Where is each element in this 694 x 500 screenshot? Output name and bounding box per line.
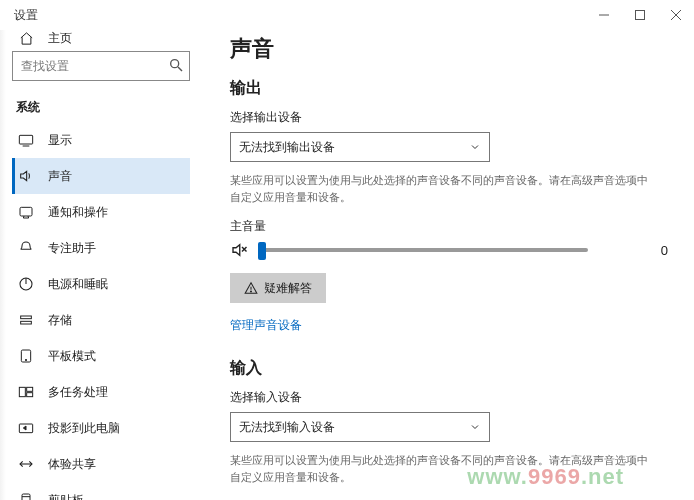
main-content: 声音 输出 选择输出设备 无法找到输出设备 某些应用可以设置为使用与此处选择的声… <box>200 30 694 500</box>
svg-rect-17 <box>27 393 33 397</box>
svg-rect-15 <box>19 387 25 396</box>
svg-rect-6 <box>19 135 32 144</box>
nav-icon <box>18 420 34 436</box>
nav-icon <box>18 168 34 184</box>
master-volume-label: 主音量 <box>230 218 668 235</box>
sidebar-item-9[interactable]: 体验共享 <box>12 446 200 482</box>
nav-list: 显示声音通知和操作专注助手电源和睡眠存储平板模式多任务处理投影到此电脑体验共享剪… <box>12 122 200 500</box>
search-input[interactable] <box>12 51 190 81</box>
svg-rect-12 <box>21 321 32 324</box>
window-buttons <box>586 0 694 30</box>
sidebar-item-label: 多任务处理 <box>48 384 108 401</box>
sidebar-item-label: 平板模式 <box>48 348 96 365</box>
window-title: 设置 <box>14 7 38 24</box>
search-wrap <box>12 51 190 81</box>
svg-point-14 <box>25 359 26 360</box>
sidebar-item-10[interactable]: 剪贴板 <box>12 482 200 500</box>
sidebar-item-label: 投影到此电脑 <box>48 420 120 437</box>
nav-icon <box>18 240 34 256</box>
svg-rect-1 <box>636 11 645 20</box>
home-label: 主页 <box>48 30 72 47</box>
input-device-value: 无法找到输入设备 <box>239 419 335 436</box>
home-nav[interactable]: 主页 <box>12 30 200 47</box>
output-description: 某些应用可以设置为使用与此处选择的声音设备不同的声音设备。请在高级声音选项中自定… <box>230 172 650 206</box>
slider-thumb[interactable] <box>258 242 266 260</box>
output-troubleshoot-label: 疑难解答 <box>264 280 312 297</box>
left-edge-shadow <box>0 30 6 500</box>
sidebar: 主页 系统 显示声音通知和操作专注助手电源和睡眠存储平板模式多任务处理投影到此电… <box>0 30 200 500</box>
sidebar-item-1[interactable]: 声音 <box>12 158 190 194</box>
home-icon <box>18 31 34 47</box>
svg-point-24 <box>251 291 252 292</box>
input-device-combo[interactable]: 无法找到输入设备 <box>230 412 490 442</box>
sidebar-item-label: 通知和操作 <box>48 204 108 221</box>
input-description: 某些应用可以设置为使用与此处选择的声音设备不同的声音设备。请在高级声音选项中自定… <box>230 452 650 486</box>
output-heading: 输出 <box>230 78 668 99</box>
sidebar-item-label: 声音 <box>48 168 72 185</box>
search-icon <box>168 57 184 73</box>
nav-group-label: 系统 <box>16 99 200 116</box>
sidebar-item-5[interactable]: 存储 <box>12 302 200 338</box>
warning-icon <box>244 281 258 295</box>
close-button[interactable] <box>658 0 694 30</box>
input-device-label: 选择输入设备 <box>230 389 668 406</box>
input-heading: 输入 <box>230 358 668 379</box>
sidebar-item-label: 显示 <box>48 132 72 149</box>
chevron-down-icon <box>469 421 481 433</box>
output-device-value: 无法找到输出设备 <box>239 139 335 156</box>
sidebar-item-label: 专注助手 <box>48 240 96 257</box>
nav-icon <box>18 204 34 220</box>
sidebar-item-label: 电源和睡眠 <box>48 276 108 293</box>
sidebar-item-label: 体验共享 <box>48 456 96 473</box>
sidebar-item-7[interactable]: 多任务处理 <box>12 374 200 410</box>
sidebar-item-4[interactable]: 电源和睡眠 <box>12 266 200 302</box>
page-title: 声音 <box>230 34 668 64</box>
svg-point-4 <box>171 60 179 68</box>
master-volume-value: 0 <box>661 243 668 258</box>
nav-icon <box>18 384 34 400</box>
nav-icon <box>18 492 34 500</box>
master-volume-slider[interactable] <box>258 248 588 252</box>
sidebar-item-2[interactable]: 通知和操作 <box>12 194 200 230</box>
svg-rect-8 <box>20 207 32 216</box>
sidebar-item-8[interactable]: 投影到此电脑 <box>12 410 200 446</box>
sidebar-item-label: 存储 <box>48 312 72 329</box>
manage-sound-devices-link[interactable]: 管理声音设备 <box>230 317 302 334</box>
sidebar-item-3[interactable]: 专注助手 <box>12 230 200 266</box>
output-device-combo[interactable]: 无法找到输出设备 <box>230 132 490 162</box>
sidebar-item-label: 剪贴板 <box>48 492 84 501</box>
nav-icon <box>18 456 34 472</box>
output-troubleshoot-button[interactable]: 疑难解答 <box>230 273 326 303</box>
nav-icon <box>18 348 34 364</box>
maximize-button[interactable] <box>622 0 658 30</box>
titlebar: 设置 <box>0 0 694 30</box>
svg-rect-11 <box>21 316 32 319</box>
chevron-down-icon <box>469 141 481 153</box>
sidebar-item-6[interactable]: 平板模式 <box>12 338 200 374</box>
nav-icon <box>18 132 34 148</box>
speaker-muted-icon[interactable] <box>230 241 248 259</box>
master-volume-row: 0 <box>230 241 668 259</box>
sidebar-item-0[interactable]: 显示 <box>12 122 200 158</box>
nav-icon <box>18 312 34 328</box>
minimize-button[interactable] <box>586 0 622 30</box>
svg-rect-16 <box>27 387 33 391</box>
nav-icon <box>18 276 34 292</box>
svg-line-5 <box>178 67 182 71</box>
output-device-label: 选择输出设备 <box>230 109 668 126</box>
